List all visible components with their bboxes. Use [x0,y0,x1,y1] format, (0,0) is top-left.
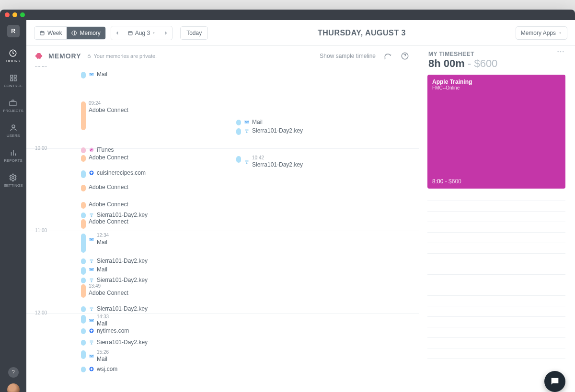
timeline-pill[interactable] [81,202,86,209]
timesheet-line [427,243,565,254]
event-text: Sierra101-Day2.key [97,305,148,312]
timeline-pill[interactable] [81,219,86,229]
timeline-pill[interactable] [81,147,86,153]
timeline-pill[interactable] [236,156,241,163]
timeline-event[interactable]: 12:34Mail [89,233,109,246]
timeline-event[interactable]: iTunes [89,146,114,153]
timesheet-line [427,264,565,275]
timesheet-menu-button[interactable] [557,51,564,53]
sidebar-item-projects[interactable]: PROJECTS [3,99,23,113]
timesheet-line [427,296,565,306]
timeline-event[interactable]: Adobe Connect [89,201,128,208]
refresh-button[interactable] [382,51,393,61]
timeline-pill[interactable] [81,72,86,78]
user-avatar[interactable] [7,383,20,392]
timeline-pill[interactable] [81,340,86,346]
timeline-pill[interactable] [236,128,241,135]
info-button[interactable] [400,51,410,61]
maximize-window-icon[interactable] [20,12,25,17]
timesheet-line [427,222,565,233]
timeline-event[interactable]: Sierra101-Day2.key [89,305,148,312]
timeline-pill[interactable] [81,170,86,178]
keynote-icon [89,277,94,283]
svg-rect-9 [128,31,132,35]
timeline-pill[interactable] [81,350,86,359]
timeline-event[interactable]: Sierra101-Day2.key [244,127,303,134]
event-text: Sierra101-Day2.key [97,277,148,283]
timeline-pill[interactable] [81,284,86,298]
help-button[interactable]: ? [8,367,19,378]
timesheet-total: 8h 00m - $600 [428,57,564,70]
svg-rect-28 [245,160,249,162]
timeline-event[interactable]: wsj.com [89,366,117,372]
workspace-avatar[interactable]: R [7,25,20,37]
event-text: 10:42Sierra101-Day2.key [252,155,303,168]
timeline-event[interactable]: Sierra101-Day2.key [89,212,148,218]
memory-view-button[interactable]: Memory [67,27,105,39]
chat-fab[interactable] [544,371,565,392]
clock-icon [9,49,17,57]
event-text: Mail [97,71,107,78]
timeline-event[interactable]: 14:33Mail [89,314,109,327]
svg-rect-19 [90,278,93,280]
sidebar-item-control[interactable]: CONTROL [4,74,23,88]
next-day-button[interactable] [160,26,172,40]
timeline-pill[interactable] [81,213,86,218]
timeline-pill[interactable] [81,306,86,312]
timeline-pill[interactable] [81,258,86,264]
privacy-notice: Your memories are private. [87,53,157,59]
sidebar-item-reports[interactable]: REPORTS [4,148,23,163]
timeline-event[interactable]: cuisinerecipes.com [89,169,146,176]
timeline-pill[interactable] [81,267,86,275]
timeline-event[interactable]: 15:26Mail [89,349,109,362]
sidebar-item-label: USERS [7,134,20,138]
timeline-event[interactable]: Mail [89,266,107,273]
timesheet-entry-amount: $600 [448,178,461,185]
svg-rect-15 [90,213,93,215]
timeline-pill[interactable] [81,101,86,130]
timeline-event[interactable]: Adobe Connect [89,154,128,161]
sidebar-item-label: PROJECTS [3,109,23,113]
timeline-event[interactable]: Sierra101-Day2.key [89,277,148,283]
timeline-event[interactable]: 13:49Adobe Connect [89,283,128,296]
timeline-event[interactable]: Adobe Connect [89,218,128,225]
close-window-icon[interactable] [5,12,10,17]
timeline-pill[interactable] [81,234,86,253]
timeline-pill[interactable] [81,328,86,334]
app-body: R HOURS CONTROL PROJECTS USERS REPORTS [0,20,575,392]
sample-timeline-link[interactable]: Show sample timeline [320,53,376,59]
memory-apps-button[interactable]: Memory Apps [516,26,567,40]
memory-timeline[interactable]: 09:0010:0011:0012:0013:0014:0015:0016:00… [26,66,419,392]
timeline-pill[interactable] [81,278,86,283]
timeline-event[interactable]: Sierra101-Day2.key [89,258,148,264]
prev-day-button[interactable] [111,26,124,40]
timesheet-entry-card[interactable]: Apple Training FMC--Online 8:00 - $600 [427,75,565,189]
keynote-icon [89,212,94,218]
timeline-pill[interactable] [81,155,86,162]
timeline-event[interactable]: 09:24Adobe Connect [89,101,128,113]
date-picker[interactable]: Aug 3 [124,26,160,40]
sidebar-item-label: SETTINGS [3,183,23,188]
timeline-pill[interactable] [236,120,241,125]
timesheet-line [427,212,565,222]
timeline-event[interactable]: Mail [89,71,107,78]
minimize-window-icon[interactable] [12,12,17,17]
timeline-pill[interactable] [81,367,86,372]
today-button[interactable]: Today [180,26,208,40]
sidebar-item-hours[interactable]: HOURS [6,49,20,63]
mail-icon [89,353,94,359]
svg-rect-20 [90,307,93,309]
timeline-event[interactable]: nytimes.com [89,327,129,334]
timeline-event[interactable]: Sierra101-Day2.key [89,339,148,346]
timeline-event[interactable]: 10:42Sierra101-Day2.key [244,155,303,168]
sidebar-item-settings[interactable]: SETTINGS [3,173,23,188]
sidebar-item-users[interactable]: USERS [7,123,20,138]
week-view-button[interactable]: Week [34,27,67,39]
timesheet-line [427,201,565,212]
timeline-event[interactable]: Mail [244,119,263,125]
timeline-event[interactable]: Adobe Connect [89,184,128,190]
chevron-right-icon [163,31,168,35]
chat-icon [550,376,560,387]
timeline-pill[interactable] [81,185,86,191]
timeline-pill[interactable] [81,315,86,324]
